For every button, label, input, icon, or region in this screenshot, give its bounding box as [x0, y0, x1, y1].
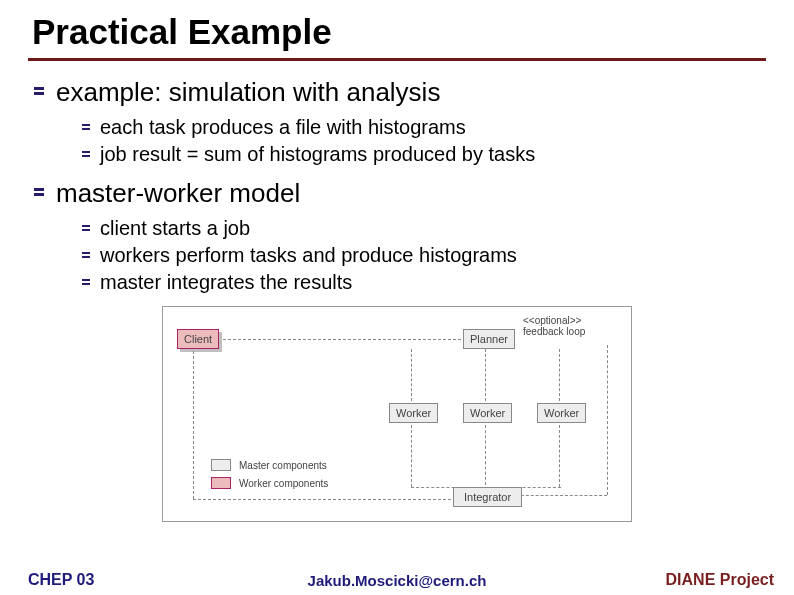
- footer-center: Jakub.Moscicki@cern.ch: [308, 572, 487, 589]
- sub-bullet-text: master integrates the results: [100, 271, 352, 294]
- bullet-icon: [34, 188, 44, 198]
- connector-line: [411, 487, 561, 488]
- bullet-icon: [82, 124, 90, 132]
- sub-bullet-text: job result = sum of histograms produced …: [100, 143, 535, 166]
- bullet-text: example: simulation with analysis: [56, 77, 440, 108]
- diagram-legend: Master components Worker components: [211, 459, 328, 495]
- sub-bullet-text: client starts a job: [100, 217, 250, 240]
- connector-line: [485, 425, 486, 485]
- planner-box: Planner: [463, 329, 515, 349]
- connector-line: [559, 425, 560, 487]
- bullet-icon: [82, 279, 90, 287]
- legend-swatch-master: [211, 459, 231, 471]
- integrator-box: Integrator: [453, 487, 522, 507]
- client-box: Client: [177, 329, 219, 349]
- bullet-icon: [82, 225, 90, 233]
- connector-line: [559, 349, 560, 401]
- bullet-item-1: example: simulation with analysis each t…: [34, 77, 764, 166]
- sub-bullet-item: master integrates the results: [82, 271, 764, 294]
- sub-bullet-item: job result = sum of histograms produced …: [82, 143, 764, 166]
- worker-box: Worker: [463, 403, 512, 423]
- connector-line: [411, 425, 412, 487]
- legend-label: Master components: [239, 460, 327, 471]
- slide-footer: CHEP 03 Jakub.Moscicki@cern.ch DIANE Pro…: [0, 571, 794, 589]
- connector-line: [223, 339, 461, 340]
- bullet-icon: [82, 151, 90, 159]
- worker-box: Worker: [389, 403, 438, 423]
- connector-line: [485, 349, 486, 401]
- connector-line: [521, 495, 607, 496]
- connector-line: [607, 345, 608, 495]
- bullet-icon: [82, 252, 90, 260]
- optional-annotation: <<optional>> feedback loop: [523, 315, 585, 337]
- sub-bullet-item: workers perform tasks and produce histog…: [82, 244, 764, 267]
- sub-bullet-item: client starts a job: [82, 217, 764, 240]
- sub-bullet-text: workers perform tasks and produce histog…: [100, 244, 517, 267]
- legend-row: Master components: [211, 459, 328, 471]
- bullet-text: master-worker model: [56, 178, 300, 209]
- optional-line: feedback loop: [523, 326, 585, 337]
- slide-title: Practical Example: [0, 0, 794, 58]
- content-area: example: simulation with analysis each t…: [0, 61, 794, 522]
- sub-bullet-item: each task produces a file with histogram…: [82, 116, 764, 139]
- connector-line: [193, 351, 194, 499]
- optional-line: <<optional>>: [523, 315, 585, 326]
- sub-bullet-text: each task produces a file with histogram…: [100, 116, 466, 139]
- architecture-diagram: <<optional>> feedback loop Client Planne…: [162, 306, 632, 522]
- bullet-icon: [34, 87, 44, 97]
- worker-box: Worker: [537, 403, 586, 423]
- legend-row: Worker components: [211, 477, 328, 489]
- connector-line: [411, 349, 412, 401]
- footer-right: DIANE Project: [666, 571, 774, 589]
- legend-label: Worker components: [239, 478, 328, 489]
- legend-swatch-worker: [211, 477, 231, 489]
- footer-left: CHEP 03: [28, 571, 94, 589]
- bullet-item-2: master-worker model client starts a job …: [34, 178, 764, 294]
- connector-line: [193, 499, 451, 500]
